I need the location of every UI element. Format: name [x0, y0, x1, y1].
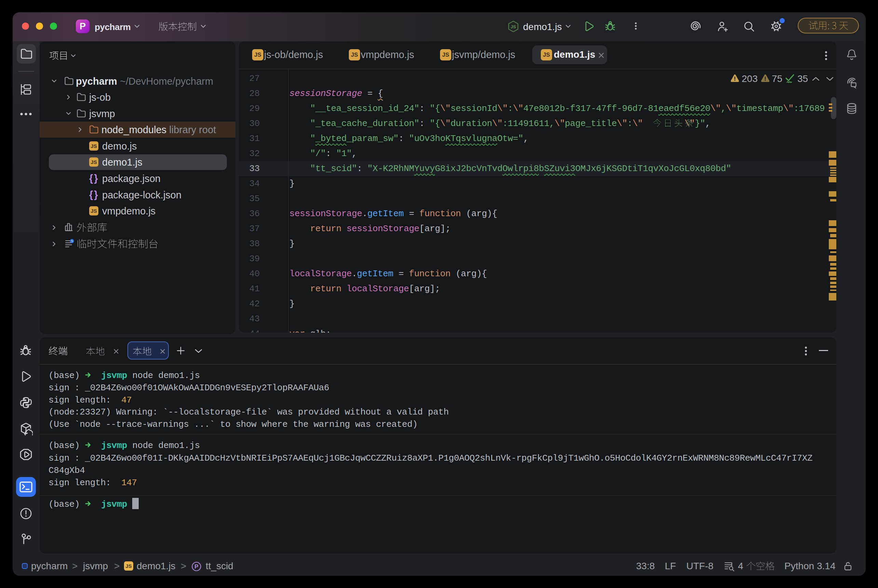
svg-text:P: P: [194, 563, 198, 570]
svg-text:JS: JS: [511, 24, 516, 29]
